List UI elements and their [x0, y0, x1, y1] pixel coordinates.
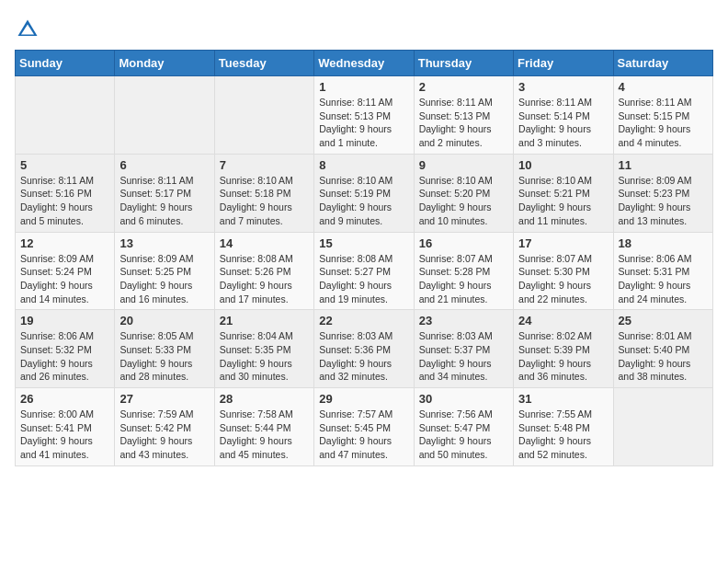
day-number: 17 — [518, 236, 608, 250]
calendar-cell: 15Sunrise: 8:08 AM Sunset: 5:27 PM Dayli… — [314, 232, 414, 310]
calendar-cell: 6Sunrise: 8:11 AM Sunset: 5:17 PM Daylig… — [115, 154, 214, 232]
day-info: Sunrise: 8:08 AM Sunset: 5:26 PM Dayligh… — [220, 252, 309, 306]
calendar-cell: 29Sunrise: 7:57 AM Sunset: 5:45 PM Dayli… — [314, 388, 414, 466]
calendar-cell — [115, 76, 214, 155]
day-info: Sunrise: 8:06 AM Sunset: 5:32 PM Dayligh… — [20, 329, 109, 384]
day-info: Sunrise: 7:59 AM Sunset: 5:42 PM Dayligh… — [119, 408, 209, 462]
day-info: Sunrise: 7:58 AM Sunset: 5:44 PM Dayligh… — [220, 408, 309, 462]
calendar-cell — [214, 76, 313, 155]
days-of-week-row: SundayMondayTuesdayWednesdayThursdayFrid… — [16, 51, 713, 76]
calendar-week-row: 5Sunrise: 8:11 AM Sunset: 5:16 PM Daylig… — [16, 154, 713, 232]
day-info: Sunrise: 8:11 AM Sunset: 5:13 PM Dayligh… — [419, 96, 508, 150]
day-info: Sunrise: 8:10 AM Sunset: 5:19 PM Dayligh… — [319, 174, 408, 228]
day-info: Sunrise: 8:07 AM Sunset: 5:28 PM Dayligh… — [419, 252, 508, 306]
calendar-cell: 27Sunrise: 7:59 AM Sunset: 5:42 PM Dayli… — [115, 388, 214, 466]
day-number: 25 — [619, 314, 708, 327]
calendar-cell: 16Sunrise: 8:07 AM Sunset: 5:28 PM Dayli… — [414, 232, 513, 310]
day-number: 1 — [319, 80, 408, 94]
day-number: 6 — [119, 158, 209, 172]
calendar-week-row: 19Sunrise: 8:06 AM Sunset: 5:32 PM Dayli… — [16, 310, 713, 388]
day-number: 24 — [518, 314, 608, 327]
calendar-cell: 7Sunrise: 8:10 AM Sunset: 5:18 PM Daylig… — [214, 154, 313, 232]
day-number: 8 — [319, 158, 408, 172]
day-info: Sunrise: 8:07 AM Sunset: 5:30 PM Dayligh… — [518, 252, 608, 306]
day-info: Sunrise: 8:09 AM Sunset: 5:25 PM Dayligh… — [119, 252, 209, 306]
day-of-week-header: Thursday — [414, 51, 513, 76]
day-info: Sunrise: 8:11 AM Sunset: 5:13 PM Dayligh… — [319, 96, 408, 150]
day-number: 27 — [119, 392, 209, 406]
day-number: 16 — [419, 236, 508, 250]
calendar-cell: 30Sunrise: 7:56 AM Sunset: 5:47 PM Dayli… — [414, 388, 513, 466]
calendar-cell: 22Sunrise: 8:03 AM Sunset: 5:36 PM Dayli… — [314, 310, 414, 388]
day-info: Sunrise: 7:57 AM Sunset: 5:45 PM Dayligh… — [319, 408, 408, 462]
calendar-week-row: 1Sunrise: 8:11 AM Sunset: 5:13 PM Daylig… — [16, 76, 713, 155]
day-info: Sunrise: 8:11 AM Sunset: 5:14 PM Dayligh… — [518, 96, 608, 150]
calendar-cell: 25Sunrise: 8:01 AM Sunset: 5:40 PM Dayli… — [613, 310, 712, 388]
day-info: Sunrise: 8:05 AM Sunset: 5:33 PM Dayligh… — [119, 329, 209, 384]
day-of-week-header: Wednesday — [314, 51, 414, 76]
calendar-table: SundayMondayTuesdayWednesdayThursdayFrid… — [15, 50, 713, 466]
calendar-cell: 10Sunrise: 8:10 AM Sunset: 5:21 PM Dayli… — [514, 154, 613, 232]
day-number: 23 — [419, 314, 508, 327]
calendar-cell: 21Sunrise: 8:04 AM Sunset: 5:35 PM Dayli… — [214, 310, 313, 388]
calendar-cell: 24Sunrise: 8:02 AM Sunset: 5:39 PM Dayli… — [514, 310, 613, 388]
day-number: 28 — [220, 392, 309, 406]
day-number: 3 — [518, 80, 608, 94]
logo — [15, 17, 44, 42]
day-info: Sunrise: 8:08 AM Sunset: 5:27 PM Dayligh… — [319, 252, 408, 306]
day-number: 19 — [20, 314, 109, 327]
calendar-cell: 1Sunrise: 8:11 AM Sunset: 5:13 PM Daylig… — [314, 76, 414, 155]
day-of-week-header: Monday — [115, 51, 214, 76]
calendar-cell: 13Sunrise: 8:09 AM Sunset: 5:25 PM Dayli… — [115, 232, 214, 310]
day-number: 2 — [419, 80, 508, 94]
day-of-week-header: Friday — [514, 51, 613, 76]
calendar-header: SundayMondayTuesdayWednesdayThursdayFrid… — [16, 51, 713, 76]
day-of-week-header: Tuesday — [214, 51, 313, 76]
day-number: 26 — [20, 392, 109, 406]
main-container: SundayMondayTuesdayWednesdayThursdayFrid… — [0, 0, 728, 481]
day-info: Sunrise: 8:03 AM Sunset: 5:37 PM Dayligh… — [419, 329, 508, 384]
header — [15, 9, 713, 42]
day-info: Sunrise: 8:11 AM Sunset: 5:15 PM Dayligh… — [619, 96, 708, 150]
day-number: 21 — [220, 314, 309, 327]
day-number: 30 — [419, 392, 508, 406]
day-number: 10 — [518, 158, 608, 172]
calendar-cell: 31Sunrise: 7:55 AM Sunset: 5:48 PM Dayli… — [514, 388, 613, 466]
day-of-week-header: Saturday — [613, 51, 712, 76]
day-info: Sunrise: 8:10 AM Sunset: 5:20 PM Dayligh… — [419, 174, 508, 228]
day-info: Sunrise: 8:01 AM Sunset: 5:40 PM Dayligh… — [619, 329, 708, 384]
day-info: Sunrise: 8:02 AM Sunset: 5:39 PM Dayligh… — [518, 329, 608, 384]
calendar-cell: 26Sunrise: 8:00 AM Sunset: 5:41 PM Dayli… — [16, 388, 115, 466]
day-info: Sunrise: 8:11 AM Sunset: 5:16 PM Dayligh… — [20, 174, 109, 228]
day-info: Sunrise: 7:56 AM Sunset: 5:47 PM Dayligh… — [419, 408, 508, 462]
calendar-cell: 5Sunrise: 8:11 AM Sunset: 5:16 PM Daylig… — [16, 154, 115, 232]
logo-icon — [15, 17, 40, 42]
calendar-cell — [613, 388, 712, 466]
day-number: 14 — [220, 236, 309, 250]
day-number: 11 — [619, 158, 708, 172]
calendar-week-row: 26Sunrise: 8:00 AM Sunset: 5:41 PM Dayli… — [16, 388, 713, 466]
calendar-week-row: 12Sunrise: 8:09 AM Sunset: 5:24 PM Dayli… — [16, 232, 713, 310]
day-number: 13 — [119, 236, 209, 250]
day-info: Sunrise: 8:09 AM Sunset: 5:23 PM Dayligh… — [619, 174, 708, 228]
day-info: Sunrise: 8:10 AM Sunset: 5:21 PM Dayligh… — [518, 174, 608, 228]
day-info: Sunrise: 8:06 AM Sunset: 5:31 PM Dayligh… — [619, 252, 708, 306]
calendar-body: 1Sunrise: 8:11 AM Sunset: 5:13 PM Daylig… — [16, 76, 713, 466]
calendar-cell: 20Sunrise: 8:05 AM Sunset: 5:33 PM Dayli… — [115, 310, 214, 388]
calendar-cell: 11Sunrise: 8:09 AM Sunset: 5:23 PM Dayli… — [613, 154, 712, 232]
day-number: 29 — [319, 392, 408, 406]
calendar-cell: 19Sunrise: 8:06 AM Sunset: 5:32 PM Dayli… — [16, 310, 115, 388]
calendar-cell: 12Sunrise: 8:09 AM Sunset: 5:24 PM Dayli… — [16, 232, 115, 310]
day-number: 20 — [119, 314, 209, 327]
day-info: Sunrise: 8:09 AM Sunset: 5:24 PM Dayligh… — [20, 252, 109, 306]
day-number: 31 — [518, 392, 608, 406]
calendar-cell: 9Sunrise: 8:10 AM Sunset: 5:20 PM Daylig… — [414, 154, 513, 232]
day-info: Sunrise: 8:00 AM Sunset: 5:41 PM Dayligh… — [20, 408, 109, 462]
day-number: 22 — [319, 314, 408, 327]
calendar-cell: 8Sunrise: 8:10 AM Sunset: 5:19 PM Daylig… — [314, 154, 414, 232]
calendar-cell: 3Sunrise: 8:11 AM Sunset: 5:14 PM Daylig… — [514, 76, 613, 155]
calendar-cell: 14Sunrise: 8:08 AM Sunset: 5:26 PM Dayli… — [214, 232, 313, 310]
calendar-cell: 23Sunrise: 8:03 AM Sunset: 5:37 PM Dayli… — [414, 310, 513, 388]
calendar-cell: 2Sunrise: 8:11 AM Sunset: 5:13 PM Daylig… — [414, 76, 513, 155]
day-number: 18 — [619, 236, 708, 250]
